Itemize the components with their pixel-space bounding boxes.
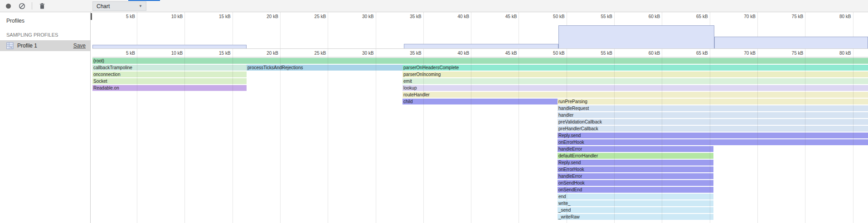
overview-tick-label: 65 kB — [672, 14, 708, 19]
flame-bar[interactable]: lookup — [402, 85, 868, 91]
overview-tick-label: 20 kB — [242, 14, 278, 19]
overview-tick-label: 50 kB — [529, 14, 565, 19]
ruler-tick-label: 40 kB — [433, 51, 469, 56]
toolbar: Chart ▼ — [0, 0, 868, 12]
ruler-tick-label: 80 kB — [815, 51, 851, 56]
gridline — [471, 12, 471, 48]
gridline — [376, 12, 376, 48]
flame-bar[interactable]: write_ — [558, 200, 713, 206]
toolbar-buttons — [0, 0, 91, 12]
gridline — [328, 12, 328, 48]
flame-bar[interactable]: child — [402, 99, 558, 104]
trash-icon — [39, 3, 45, 9]
flame-bar[interactable]: parserOnIncoming — [402, 71, 868, 77]
flame-bar[interactable]: (root) — [92, 58, 868, 64]
flame-graph: (root)callbackTrampolineprocessTicksAndR… — [92, 57, 868, 223]
ruler-tick-label: 45 kB — [480, 51, 517, 56]
flame-bar[interactable]: Reply.send — [558, 133, 868, 138]
record-icon — [6, 4, 11, 9]
size-ruler: 5 kB10 kB15 kB20 kB25 kB30 kB35 kB40 kB4… — [92, 49, 868, 57]
flame-bar[interactable]: handleRequest — [558, 105, 868, 111]
overview-silhouette-segment — [558, 25, 714, 48]
flame-bar[interactable]: handleError — [558, 146, 713, 152]
flame-bar[interactable]: processTicksAndRejections — [247, 65, 402, 71]
gridline — [137, 12, 137, 48]
overview-tick-label: 15 kB — [194, 14, 231, 19]
circle-slash-icon — [19, 3, 25, 9]
flame-bar[interactable]: onErrorHook — [558, 139, 868, 145]
save-profile-link[interactable]: Save — [73, 43, 86, 49]
delete-profile-button[interactable] — [39, 2, 46, 9]
overview-tick-label: 45 kB — [480, 14, 517, 19]
gridline — [519, 12, 519, 48]
overview-tick-label: 30 kB — [338, 14, 374, 19]
flame-bar[interactable]: handleError — [558, 173, 713, 179]
sampling-profiles-section-label: SAMPLING PROFILES — [0, 24, 90, 40]
profile-list-item[interactable]: % Profile 1 Save — [0, 40, 90, 51]
flame-bar[interactable]: Socket — [92, 78, 247, 84]
flame-bar[interactable]: routeHandler — [402, 92, 868, 98]
active-tab-indicator — [128, 0, 160, 1]
overview-tick-label: 70 kB — [719, 14, 756, 19]
profile-icon: % — [6, 42, 14, 49]
svg-text:%: % — [10, 46, 13, 49]
gridline — [423, 12, 424, 48]
overview-tick-label: 5 kB — [99, 14, 135, 19]
view-mode-select[interactable]: Chart ▼ — [92, 1, 146, 11]
overview-tick-label: 55 kB — [576, 14, 612, 19]
allocation-overview[interactable]: 5 kB10 kB15 kB20 kB25 kB30 kB35 kB40 kB4… — [92, 12, 868, 49]
chevron-down-icon: ▼ — [139, 4, 142, 8]
overview-silhouette-segment — [404, 44, 558, 48]
flame-bar[interactable]: onErrorHook — [558, 166, 713, 172]
flame-bar[interactable]: preValidationCallback — [558, 119, 868, 125]
ruler-tick-label: 5 kB — [99, 51, 135, 56]
flame-bar[interactable]: Reply.send — [558, 160, 713, 166]
ruler-tick-label: 75 kB — [767, 51, 803, 56]
flame-bar[interactable]: runPreParsing — [558, 99, 868, 104]
memory-profiler-panel: Chart ▼ Profiles SAMPLING PROFILES % Pro… — [0, 0, 868, 223]
flame-bar[interactable]: defaultErrorHandler — [558, 153, 713, 159]
profiles-sidebar: Profiles SAMPLING PROFILES % Profile 1 S… — [0, 12, 91, 223]
flame-bar[interactable]: onSendHook — [558, 180, 713, 186]
ruler-tick-label: 55 kB — [576, 51, 612, 56]
profile-name: Profile 1 — [17, 43, 37, 49]
overview-tick-label: 75 kB — [767, 14, 803, 19]
clear-button[interactable] — [18, 2, 25, 9]
flame-bar[interactable]: onSendEnd — [558, 187, 713, 193]
ruler-tick-label: 65 kB — [672, 51, 708, 56]
sidebar-title: Profiles — [0, 12, 90, 24]
ruler-tick-label: 10 kB — [146, 51, 183, 56]
ruler-tick-label: 70 kB — [719, 51, 756, 56]
gridline — [184, 12, 185, 48]
sidebar-scrollbar-grip[interactable] — [91, 13, 92, 20]
flame-bar[interactable]: emit — [402, 78, 868, 84]
ruler-tick-label: 60 kB — [624, 51, 660, 56]
view-mode-value: Chart — [97, 3, 110, 9]
flame-bar[interactable]: parserOnHeadersComplete — [402, 65, 868, 71]
ruler-tick-label: 50 kB — [529, 51, 565, 56]
toolbar-separator — [32, 2, 32, 9]
overview-tick-label: 25 kB — [290, 14, 326, 19]
flame-bar[interactable]: end — [558, 194, 713, 199]
flame-bar[interactable]: _writeRaw — [558, 214, 713, 220]
ruler-tick-label: 15 kB — [194, 51, 231, 56]
flame-bar[interactable]: Readable.on — [92, 85, 247, 91]
gridline — [233, 12, 233, 48]
overview-silhouette-segment — [92, 45, 247, 48]
flame-bar[interactable]: preHandlerCallback — [558, 126, 868, 132]
flame-bar[interactable]: onconnection — [92, 71, 247, 77]
overview-tick-label: 35 kB — [385, 14, 422, 19]
flame-bar[interactable]: _send — [558, 207, 713, 213]
overview-tick-label: 60 kB — [624, 14, 660, 19]
flame-bar[interactable]: callbackTrampoline — [92, 65, 247, 71]
gridline — [280, 12, 281, 48]
record-button[interactable] — [5, 2, 12, 9]
flame-chart-pane: 5 kB10 kB15 kB20 kB25 kB30 kB35 kB40 kB4… — [92, 12, 868, 223]
ruler-tick-label: 25 kB — [290, 51, 326, 56]
overview-tick-label: 80 kB — [815, 14, 851, 19]
ruler-tick-label: 20 kB — [242, 51, 278, 56]
ruler-tick-label: 35 kB — [385, 51, 422, 56]
flame-bar[interactable]: handler — [558, 112, 868, 118]
overview-silhouette-segment — [714, 37, 868, 48]
ruler-tick-label: 30 kB — [338, 51, 374, 56]
